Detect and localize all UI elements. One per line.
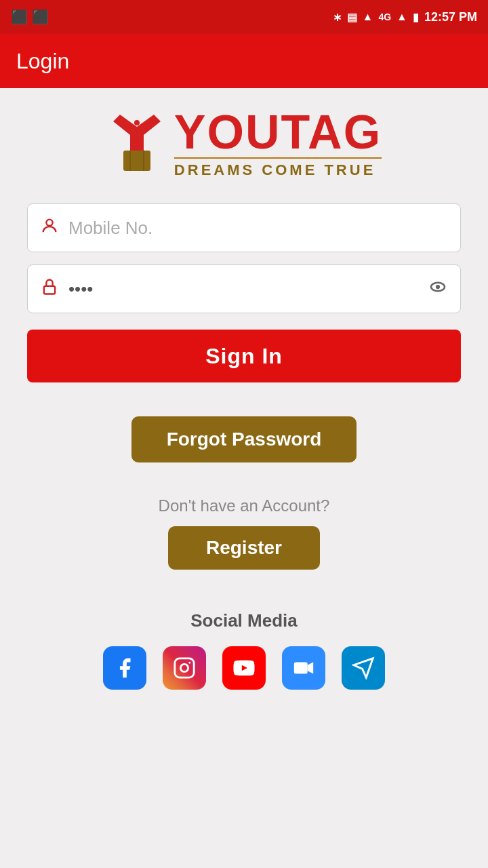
- svg-point-5: [46, 219, 52, 225]
- vibrate-icon: ▤: [347, 11, 357, 24]
- svg-point-10: [180, 664, 188, 671]
- logo-text: YOUTAG DREAMS COME TRUE: [174, 108, 382, 179]
- facebook-icon[interactable]: [103, 646, 146, 690]
- mobile-input-group: [27, 203, 461, 252]
- instagram-icon[interactable]: [163, 646, 206, 690]
- status-right-icons: ∗ ▤ ▲ 4G ▲ ▮ 12:57 PM: [333, 10, 477, 24]
- wifi-icon: ▲: [363, 11, 373, 23]
- signal-icon: ▲: [396, 11, 407, 23]
- logo-row: YOUTAG DREAMS COME TRUE: [106, 108, 382, 179]
- user-icon: [40, 216, 59, 240]
- youtube-icon[interactable]: [222, 646, 266, 690]
- password-input-group: [27, 264, 461, 313]
- bluetooth-icon: ∗: [333, 11, 342, 24]
- svg-rect-13: [294, 663, 308, 674]
- logo-container: YOUTAG DREAMS COME TRUE: [106, 108, 382, 179]
- main-content: YOUTAG DREAMS COME TRUE: [0, 88, 488, 868]
- status-left-icons: ⬛ ⬛: [11, 9, 49, 25]
- social-media-title: Social Media: [190, 610, 298, 631]
- eye-toggle-icon[interactable]: [428, 277, 448, 302]
- status-bar: ⬛ ⬛ ∗ ▤ ▲ 4G ▲ ▮ 12:57 PM: [0, 0, 488, 34]
- zoom-icon[interactable]: [282, 646, 325, 690]
- status-time: 12:57 PM: [424, 10, 477, 24]
- mobile-input[interactable]: [68, 218, 448, 239]
- register-button[interactable]: Register: [168, 526, 320, 570]
- app-bar: Login: [0, 34, 488, 88]
- page-title: Login: [16, 49, 69, 74]
- social-media-section: Social Media: [27, 610, 461, 690]
- brand-tagline: DREAMS COME TRUE: [174, 157, 382, 179]
- svg-marker-0: [113, 115, 161, 151]
- telegram-icon[interactable]: [342, 646, 385, 690]
- lock-icon: [40, 277, 59, 301]
- svg-rect-2: [123, 151, 150, 171]
- battery-icon: ▮: [413, 11, 419, 24]
- forgot-password-button[interactable]: Forgot Password: [131, 416, 357, 462]
- no-account-text: Don't have an Account?: [159, 496, 330, 515]
- svg-point-8: [436, 284, 440, 288]
- svg-point-11: [188, 662, 190, 664]
- notification-icon-1: ⬛: [11, 9, 28, 25]
- logo-icon: [106, 113, 167, 174]
- brand-name: YOUTAG: [174, 108, 382, 156]
- svg-rect-9: [175, 658, 194, 677]
- notification-icon-2: ⬛: [32, 9, 49, 25]
- svg-marker-14: [308, 663, 314, 674]
- sign-in-button[interactable]: Sign In: [27, 330, 461, 382]
- password-input[interactable]: [68, 279, 428, 300]
- network-4g-icon: 4G: [378, 12, 391, 22]
- social-icons-row: [103, 646, 385, 690]
- svg-rect-6: [44, 285, 55, 294]
- svg-point-1: [134, 120, 140, 125]
